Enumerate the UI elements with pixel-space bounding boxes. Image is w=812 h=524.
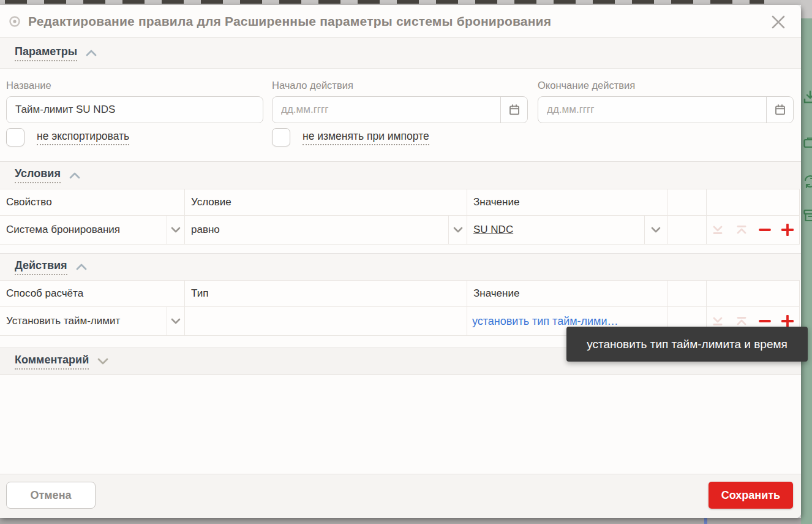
column-header-property: Свойство [0, 189, 185, 215]
no-change-on-import-label[interactable]: не изменять при импорте [303, 130, 429, 145]
calendar-icon [508, 104, 521, 116]
column-header-value: Значение [467, 281, 667, 306]
no-export-checkbox[interactable] [6, 128, 24, 146]
column-header-type: Тип [185, 281, 467, 306]
move-to-bottom-icon [711, 316, 724, 327]
section-actions-header[interactable]: Действия [0, 253, 801, 280]
background-page-bottom [0, 518, 801, 524]
end-date-input[interactable] [538, 97, 766, 123]
chevron-down-icon [171, 227, 181, 233]
column-header-condition: Условие [185, 189, 467, 215]
column-header-empty [667, 189, 707, 215]
tooltip: установить тип тайм-лимита и время [566, 327, 808, 362]
chevron-up-icon [86, 50, 97, 56]
minus-icon[interactable] [759, 315, 771, 327]
background-text-fragments [5, 0, 764, 4]
no-export-label[interactable]: не экспортировать [37, 130, 129, 145]
archive-icon [803, 208, 812, 223]
screen: Редактирование правила для Расширенные п… [0, 0, 812, 524]
chevron-down-icon [171, 318, 181, 324]
column-header-actions [707, 281, 800, 306]
row-actions [707, 216, 800, 244]
target-icon [9, 15, 21, 28]
close-icon[interactable] [769, 13, 788, 31]
cancel-button[interactable]: Отмена [6, 482, 96, 509]
save-button[interactable]: Сохранить [709, 482, 793, 509]
sync-icon [803, 174, 812, 189]
property-select-value[interactable]: Система бронирования [0, 216, 167, 244]
column-header-empty [667, 281, 707, 306]
dialog-titlebar: Редактирование правила для Расширенные п… [0, 5, 801, 38]
conditions-table: Свойство Условие Значение Система бронир… [0, 189, 800, 245]
chevron-down-icon [97, 358, 108, 365]
condition-select-value[interactable]: равно [185, 216, 449, 244]
background-page-top [0, 0, 812, 5]
no-change-on-import-checkbox[interactable] [272, 128, 290, 146]
no-change-on-import-checkbox-row: не изменять при импорте [272, 128, 429, 146]
method-select-chevron[interactable] [167, 307, 185, 335]
section-parameters-header[interactable]: Параметры [0, 38, 801, 69]
dialog-title: Редактирование правила для Расширенные п… [28, 14, 551, 29]
value-select[interactable]: SU NDC [467, 216, 645, 244]
name-field-label: Название [6, 80, 51, 91]
move-to-bottom-icon [711, 224, 724, 235]
plus-icon[interactable] [781, 224, 794, 236]
section-parameters-label: Параметры [15, 45, 77, 61]
column-header-method: Способ расчёта [0, 281, 185, 306]
start-date-field [272, 96, 528, 123]
chevron-down-icon [453, 227, 463, 233]
section-comment-label: Комментарий [15, 354, 89, 370]
actions-header-row: Способ расчёта Тип Значение [0, 281, 800, 307]
section-conditions-header[interactable]: Условия [0, 161, 801, 189]
empty-cell [667, 216, 707, 244]
condition-row: Система бронирования равно SU NDC [0, 216, 800, 245]
end-date-label: Окончание действия [538, 80, 635, 91]
chevron-up-icon [76, 264, 87, 270]
column-header-actions [707, 189, 800, 215]
type-cell[interactable] [185, 307, 467, 335]
method-select-value[interactable]: Установить тайм-лимит [0, 307, 167, 335]
column-header-value: Значение [467, 189, 667, 215]
property-select-chevron[interactable] [167, 216, 185, 244]
start-date-calendar-button[interactable] [500, 97, 527, 123]
start-date-input[interactable] [273, 97, 500, 123]
chevron-down-icon [651, 227, 661, 233]
name-input[interactable] [6, 96, 263, 123]
minus-icon[interactable] [759, 224, 771, 236]
condition-select-chevron[interactable] [449, 216, 467, 244]
section-conditions-label: Условия [15, 167, 61, 183]
end-date-calendar-button[interactable] [766, 97, 793, 123]
calendar-icon [774, 104, 786, 116]
background-sidebar-green [801, 18, 812, 524]
section-actions-label: Действия [15, 259, 67, 275]
tooltip-text: установить тип тайм-лимита и время [587, 338, 788, 351]
download-icon [803, 90, 812, 105]
edit-rule-dialog: Редактирование правила для Расширенные п… [0, 5, 801, 518]
value-link[interactable]: SU NDC [473, 224, 513, 236]
end-date-field [538, 96, 794, 123]
conditions-header-row: Свойство Условие Значение [0, 189, 800, 216]
background-blue-tick [704, 518, 707, 524]
start-date-label: Начало действия [272, 80, 353, 91]
plus-icon[interactable] [781, 315, 794, 327]
move-to-top-icon [735, 224, 748, 235]
value-select-chevron[interactable] [645, 216, 667, 244]
background-right-gray [801, 0, 812, 18]
briefcase-icon [803, 135, 812, 150]
move-to-top-icon [735, 316, 748, 327]
dialog-footer: Отмена Сохранить [0, 474, 801, 518]
action-value-link[interactable]: установить тип тайм-лими… [467, 315, 618, 328]
no-export-checkbox-row: не экспортировать [6, 128, 129, 146]
chevron-up-icon [69, 172, 80, 179]
